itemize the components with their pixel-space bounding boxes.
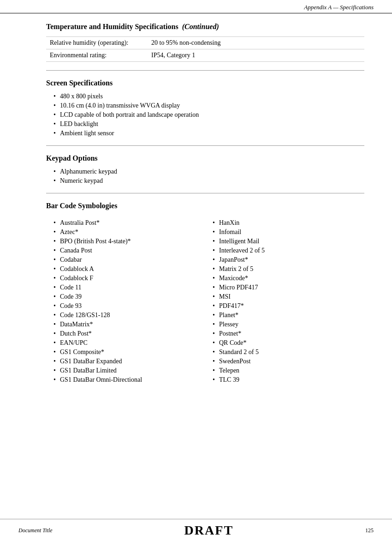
header-title: Appendix A — Specifications (304, 4, 374, 11)
footer-draft-label: DRAFT (184, 523, 233, 538)
list-item: Ambient light sensor (53, 130, 364, 137)
temperature-section: Temperature and Humidity Specifications … (46, 23, 364, 62)
list-item: Plessey (213, 321, 364, 328)
list-item: Australia Post* (53, 219, 205, 227)
barcode-columns: Australia Post* Aztec* BPO (British Post… (46, 216, 364, 387)
temperature-section-title: Temperature and Humidity Specifications … (46, 23, 364, 31)
page-container: Appendix A — Specifications Temperature … (0, 0, 392, 547)
list-item: Matrix 2 of 5 (213, 265, 364, 273)
list-item: Code 128/GS1-128 (53, 312, 205, 319)
barcode-left-list: Australia Post* Aztec* BPO (British Post… (46, 219, 205, 384)
list-item: Code 39 (53, 293, 205, 301)
list-item: TLC 39 (213, 376, 364, 384)
content-area: Temperature and Humidity Specifications … (0, 13, 392, 426)
list-item: GS1 DataBar Expanded (53, 358, 205, 365)
screen-section-title: Screen Specifications (46, 79, 364, 87)
list-item: 480 x 800 pixels (53, 93, 364, 100)
list-item: Codabar (53, 256, 205, 264)
list-item: Canada Post (53, 247, 205, 254)
list-item: Micro PDF417 (213, 284, 364, 291)
list-item: SwedenPost (213, 358, 364, 365)
list-item: Aztec* (53, 228, 205, 236)
list-item: JapanPost* (213, 256, 364, 264)
list-item: Code 93 (53, 302, 205, 310)
screen-bullet-list: 480 x 800 pixels 10.16 cm (4.0 in) trans… (46, 93, 364, 137)
screen-section: Screen Specifications 480 x 800 pixels 1… (46, 79, 364, 137)
spec-value: 20 to 95% non-condensing (148, 37, 364, 49)
list-item: Code 11 (53, 284, 205, 291)
page-header: Appendix A — Specifications (0, 0, 392, 13)
list-item: PDF417* (213, 302, 364, 310)
list-item: Interleaved 2 of 5 (213, 247, 364, 254)
spec-value: IP54, Category 1 (148, 49, 364, 62)
table-row: Relative humidity (operating): 20 to 95%… (46, 37, 364, 49)
keypad-section: Keypad Options Alphanumeric keypad Numer… (46, 154, 364, 185)
list-item: BPO (British Post 4-state)* (53, 238, 205, 245)
list-item: Codablock F (53, 275, 205, 282)
list-item: QR Code* (213, 339, 364, 347)
list-item: Maxicode* (213, 275, 364, 282)
spec-label: Environmental rating: (46, 49, 148, 62)
spec-label: Relative humidity (operating): (46, 37, 148, 49)
list-item: Infomail (213, 228, 364, 236)
list-item: LCD capable of both portrait and landsca… (53, 111, 364, 119)
barcode-section: Bar Code Symbologies Australia Post* Azt… (46, 202, 364, 387)
list-item: HanXin (213, 219, 364, 227)
list-item: MSI (213, 293, 364, 301)
spec-table: Relative humidity (operating): 20 to 95%… (46, 36, 364, 62)
keypad-section-title: Keypad Options (46, 154, 364, 162)
list-item: Standard 2 of 5 (213, 349, 364, 356)
footer-page-number: 125 (365, 527, 374, 534)
list-item: 10.16 cm (4.0 in) transmissive WVGA disp… (53, 102, 364, 109)
list-item: GS1 DataBar Omni-Directional (53, 376, 205, 384)
footer-document-title: Document Title (18, 527, 53, 534)
list-item: DataMatrix* (53, 321, 205, 328)
keypad-bullet-list: Alphanumeric keypad Numeric keypad (46, 168, 364, 185)
list-item: Planet* (213, 312, 364, 319)
list-item: Dutch Post* (53, 330, 205, 337)
list-item: Postnet* (213, 330, 364, 337)
list-item: Alphanumeric keypad (53, 168, 364, 175)
barcode-right-col: HanXin Infomail Intelligent Mail Interle… (205, 216, 364, 387)
list-item: Intelligent Mail (213, 238, 364, 245)
list-item: EAN/UPC (53, 339, 205, 347)
barcode-right-list: HanXin Infomail Intelligent Mail Interle… (205, 219, 364, 384)
list-item: Telepen (213, 367, 364, 374)
divider (46, 193, 364, 193)
page-footer: Document Title DRAFT 125 (0, 519, 392, 538)
barcode-left-col: Australia Post* Aztec* BPO (British Post… (46, 216, 205, 387)
list-item: Codablock A (53, 265, 205, 273)
list-item: Numeric keypad (53, 177, 364, 185)
list-item: GS1 Composite* (53, 349, 205, 356)
list-item: LED backlight (53, 120, 364, 128)
divider (46, 70, 364, 71)
barcode-section-title: Bar Code Symbologies (46, 202, 364, 210)
list-item: GS1 DataBar Limited (53, 367, 205, 374)
divider (46, 145, 364, 146)
table-row: Environmental rating: IP54, Category 1 (46, 49, 364, 62)
